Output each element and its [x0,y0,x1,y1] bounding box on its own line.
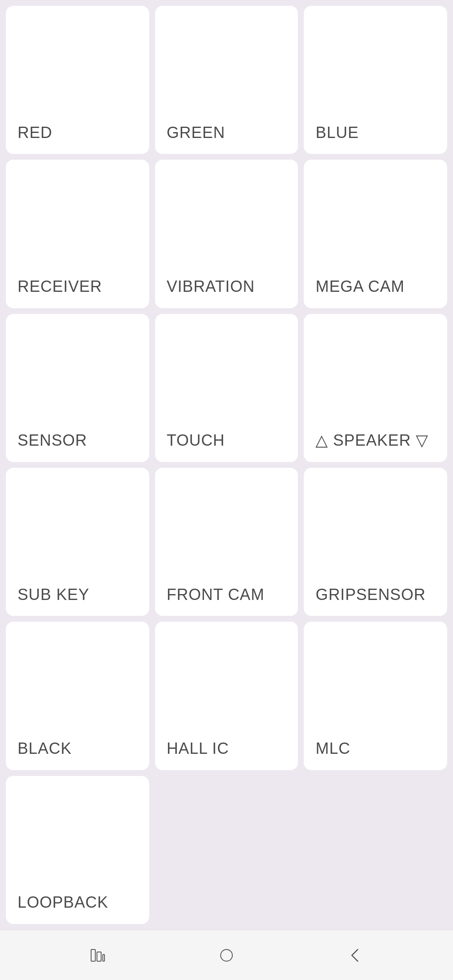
grid-item-label-mega-cam: MEGA CAM [316,277,405,296]
grid-item-label-mlc: MLC [316,739,350,758]
grid-item-label-blue: BLUE [316,123,359,143]
grid-item-label-green: GREEN [167,123,225,143]
grid-item-label-hall-ic: HALL IC [167,739,229,758]
back-button[interactable] [343,943,368,968]
grid-item-loopback[interactable]: LOOPBACK [6,776,149,924]
svg-rect-0 [91,949,95,961]
svg-rect-1 [97,952,101,961]
grid-item-hall-ic[interactable]: HALL IC [155,622,298,770]
home-icon [217,946,236,965]
grid-item-empty1 [155,776,298,924]
grid-item-label-receiver: RECEIVER [18,277,102,296]
grid-item-label-black: BLACK [18,739,72,758]
grid-item-vibration[interactable]: VIBRATION [155,160,298,308]
grid-item-gripsensor[interactable]: GRIPSENSOR [304,468,447,616]
svg-rect-2 [103,954,104,961]
grid-item-mlc[interactable]: MLC [304,622,447,770]
grid-item-label-gripsensor: GRIPSENSOR [316,585,425,605]
recent-icon [89,946,107,965]
grid-item-touch[interactable]: TOUCH [155,314,298,462]
grid-item-red[interactable]: RED [6,6,149,154]
grid-item-sensor[interactable]: SENSOR [6,314,149,462]
grid-item-empty2 [304,776,447,924]
grid-item-label-sensor: SENSOR [18,431,87,450]
back-icon [346,946,364,965]
grid-item-blue[interactable]: BLUE [304,6,447,154]
app-grid: RED GREEN BLUE RECEIVER VIBRATION MEGA C… [0,0,453,930]
grid-item-label-vibration: VIBRATION [167,277,255,296]
grid-item-front-cam[interactable]: FRONT CAM [155,468,298,616]
svg-point-3 [221,949,232,961]
grid-item-mega-cam[interactable]: MEGA CAM [304,160,447,308]
grid-item-receiver[interactable]: RECEIVER [6,160,149,308]
grid-item-label-sub-key: SUB KEY [18,585,89,605]
grid-item-green[interactable]: GREEN [155,6,298,154]
grid-item-black[interactable]: BLACK [6,622,149,770]
grid-item-label-touch: TOUCH [167,431,225,450]
recent-button[interactable] [85,943,110,968]
grid-item-label-red: RED [18,123,52,143]
grid-item-label-front-cam: FRONT CAM [167,585,265,605]
navigation-bar [0,930,453,980]
grid-item-sub-key[interactable]: SUB KEY [6,468,149,616]
grid-item-speaker[interactable]: △ SPEAKER ▽ [304,314,447,462]
grid-item-label-loopback: LOOPBACK [18,893,108,912]
grid-item-label-speaker: △ SPEAKER ▽ [316,431,428,450]
home-button[interactable] [214,943,239,968]
